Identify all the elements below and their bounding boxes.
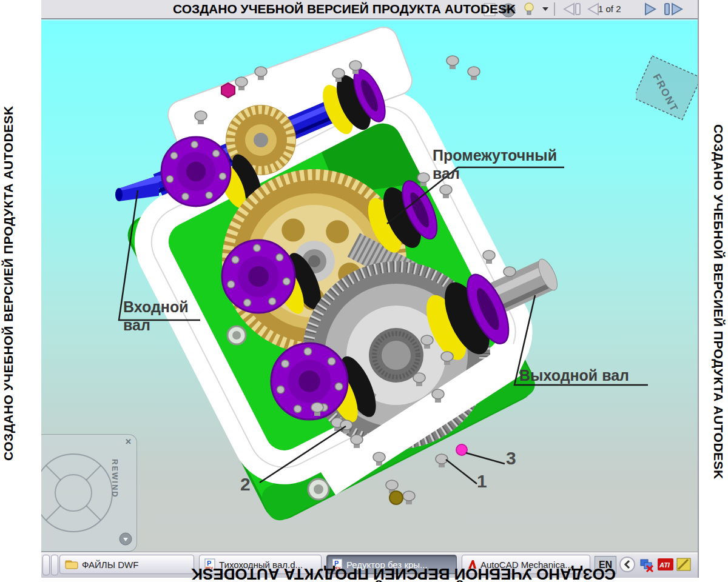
label-item-3: 3 [506,448,516,469]
toolbar: СОЗДАНО УЧЕБНОЙ ВЕРСИЕЙ ПРОДУКТА AUTODES… [41,0,698,19]
label-item-1: 1 [477,471,487,492]
lightbulb-icon[interactable] [525,3,533,15]
network-offline-icon[interactable] [641,560,653,572]
steering-wheel[interactable]: ✕ REWIND [41,434,137,552]
drawing-canvas[interactable]: Промежуточный вал Входной вал Выходной в… [41,19,698,552]
pink-dot [456,444,467,455]
watermark-bottom: СОЗДАНО УЧЕБНОЙ ВЕРСИЕЙ ПРОДУКТА AUTODES… [197,559,616,582]
wheel-close-icon[interactable]: ✕ [125,437,132,446]
dwf-viewer-window: СОЗДАНО УЧЕБНОЙ ВЕРСИЕЙ ПРОДУКТА AUTODES… [41,0,699,578]
taskbar-button-files-dwf[interactable]: ФАЙЛЫ DWF [59,555,194,574]
last-page-button[interactable] [665,4,682,15]
svg-text:ATI: ATI [659,561,670,569]
steering-wheel-rings [41,435,136,551]
label-intermediate-line1: Промежуточный [433,146,557,164]
clipped-tray-icon[interactable] [677,558,690,570]
label-output-shaft: Выходной вал [519,366,629,384]
label-intermediate-line2: вал [433,164,557,182]
system-tray: ATI [618,554,698,577]
label-input-line1: Входной [123,298,189,316]
intermediate-flange [222,240,295,313]
taskbar-button-label: ФАЙЛЫ DWF [82,560,138,570]
viewcube-front[interactable]: FRONT [636,39,698,142]
olive-plug [389,491,403,504]
taskbar-edge-button-2[interactable] [51,555,58,575]
magenta-plug [221,83,235,98]
ati-icon[interactable]: ATI [658,558,673,570]
input-flange [161,137,231,206]
folder-icon [65,559,78,570]
watermark-right: СОЗДАНО УЧЕБНОЙ ВЕРСИЕЙ ПРОДУКТА AUTODES… [711,124,726,458]
page-indicator: 1 of 2 [598,4,621,14]
label-item-2: 2 [240,474,251,495]
chevron-down-icon[interactable] [542,7,548,11]
label-input-shaft: Входной вал [123,298,189,334]
watermark-title: СОЗДАНО УЧЕБНОЙ ВЕРСИЕЙ ПРОДУКТА AUTODES… [173,2,516,16]
taskbar-edge-button[interactable] [42,555,50,575]
label-input-line2: вал [123,316,189,334]
label-intermediate-shaft: Промежуточный вал [433,146,557,182]
hide-icons-chevron-icon[interactable] [620,557,635,572]
gearbox-model [41,21,698,552]
wheel-rewind-segment[interactable]: REWIND [110,459,120,498]
output-flange [271,343,348,420]
watermark-left: СОЗДАНО УЧЕБНОЙ ВЕРСИЕЙ ПРОДУКТА AUTODES… [1,121,16,461]
previous-page-button[interactable] [588,4,598,15]
first-page-button[interactable] [564,4,580,15]
screenshot-root: СОЗДАНО УЧЕБНОЙ ВЕРСИЕЙ ПРОДУКТА AUTODES… [0,0,728,582]
next-page-button[interactable] [645,4,655,15]
